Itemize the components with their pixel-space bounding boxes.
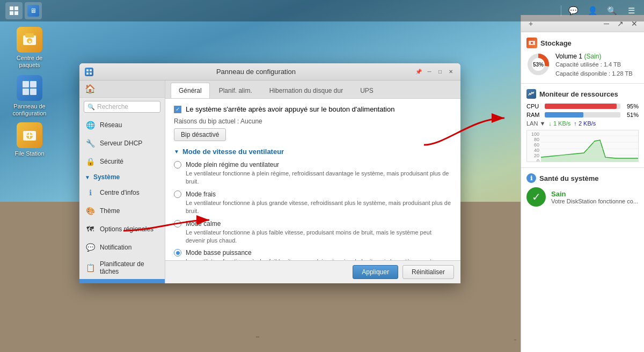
svg-marker-24 (541, 140, 639, 162)
chat-icon[interactable]: 💬 (566, 3, 581, 18)
centre-paquets-label: Centre de paquets (8, 55, 51, 69)
ram-bar-fill (545, 112, 583, 118)
lan-label: LAN ▼ (526, 120, 545, 127)
sidebar-item-notification[interactable]: 💬 Notification (79, 238, 165, 256)
dialog-title-icon (85, 68, 93, 76)
radio-calme-text: Mode calme (186, 220, 221, 228)
notification-label: Notification (100, 244, 131, 251)
radio-frais-circle[interactable] (174, 190, 181, 198)
tab-ups[interactable]: UPS (352, 83, 382, 98)
chart-label-40: 40 (528, 148, 539, 153)
sidebar-item-theme[interactable]: 🎨 Thème (79, 202, 165, 220)
dialog-close-btn[interactable]: ✕ (447, 68, 455, 76)
taskbar-divider (561, 5, 561, 16)
radio-plein-regime-circle[interactable] (174, 161, 181, 168)
menu-icon[interactable]: ☰ (624, 3, 639, 18)
svg-rect-2 (10, 11, 13, 15)
radio-plein-regime-desc: Le ventilateur fonctionne à plein régime… (186, 170, 452, 186)
radio-basse-puissance-label[interactable]: Mode basse puissance (174, 249, 452, 256)
dialog-pin-btn[interactable]: 📌 (414, 68, 423, 76)
dialog-titlebar: Panneau de configuration 📌 ─ □ ✕ (79, 63, 460, 80)
dialog-footer: Appliquer Réinitialiser (165, 260, 460, 283)
svg-rect-8 (23, 81, 29, 87)
sidebar: 🏠 🔍 Recherche 🌐 Réseau 🔧 Serveur DHCP 🔒 … (79, 80, 165, 283)
reseau-icon: 🌐 (85, 120, 96, 130)
desktop-icon-file-station[interactable]: File Station (8, 122, 51, 157)
panneau-config-label: Panneau deconfiguration (8, 103, 51, 117)
dialog-minimize-btn[interactable]: ─ (425, 68, 434, 76)
desktop-icon-centre-paquets[interactable]: ★ Centre de paquets (8, 27, 51, 69)
svg-rect-18 (86, 72, 89, 75)
sidebar-item-securite[interactable]: 🔒 Sécurité (79, 152, 165, 171)
volume-detail-used: Capacité utilisée : 1.4 TB (555, 60, 639, 69)
reset-button[interactable]: Réinitialiser (402, 265, 454, 279)
mini-chart: 100 80 60 40 20 0 (526, 130, 639, 162)
donut-pct: 53% (533, 62, 544, 68)
svg-rect-15 (29, 132, 30, 138)
options-regionales-icon: 🗺 (85, 224, 96, 234)
reseau-label: Réseau (100, 121, 122, 129)
svg-rect-5 (25, 33, 34, 38)
sidebar-item-materiel[interactable]: 💡 Matériel et alimentation (79, 279, 165, 283)
health-title-text: Santé du système (539, 174, 599, 182)
bip-desactive-btn[interactable]: Bip désactivé (174, 128, 226, 141)
resource-icon (526, 89, 536, 99)
desktop-icon-panneau-config[interactable]: Panneau deconfiguration (8, 75, 51, 117)
sidebar-item-options-regionales[interactable]: 🗺 Options régionales (79, 220, 165, 238)
control-panel-taskbar-btn[interactable]: 🖥 (25, 2, 42, 19)
systeme-section-header[interactable]: ▼ Système (79, 171, 165, 184)
tab-planif[interactable]: Planif. alim. (211, 83, 260, 98)
health-icon-badge: ℹ (526, 173, 536, 183)
sidebar-home-btn[interactable]: 🏠 (79, 80, 165, 98)
sidebar-item-reseau[interactable]: 🌐 Réseau (79, 116, 165, 134)
centre-infos-icon: ℹ (85, 187, 96, 198)
radio-calme-label[interactable]: Mode calme (174, 220, 452, 228)
user-icon[interactable]: 👤 (585, 3, 600, 18)
sidebar-item-centre-infos[interactable]: ℹ Centre d'infos (79, 184, 165, 202)
sidebar-search-placeholder: Recherche (97, 103, 128, 111)
fan-toggle-icon: ▼ (174, 149, 179, 155)
taskbar: 🖥 💬 👤 🔍 ☰ (0, 0, 644, 21)
cpu-row: CPU 95% (526, 103, 639, 109)
volume-row: 53% Volume 1 (Sain) Capacité utilisée : … (526, 53, 639, 78)
materiel-label: Matériel et alimentation (100, 283, 159, 283)
radio-calme-circle[interactable] (174, 220, 181, 228)
volume-info: Volume 1 (Sain) Capacité utilisée : 1.4 … (555, 53, 639, 78)
cpu-bar-bg (545, 104, 620, 109)
app-grid-button[interactable] (5, 2, 23, 19)
dialog-controls: 📌 ─ □ ✕ (414, 68, 455, 76)
chart-label-60: 60 (528, 142, 539, 148)
svg-rect-9 (30, 81, 36, 87)
radio-calme: Mode calme Le ventilateur fonctionne à p… (174, 220, 452, 245)
storage-title-text: Stockage (540, 39, 572, 47)
taskbar-apps: 🖥 (5, 2, 42, 19)
chart-label-0: 0 (528, 158, 539, 162)
tab-hibernation[interactable]: Hibernation du disque dur (261, 83, 351, 98)
radio-frais-label[interactable]: Mode frais (174, 190, 452, 198)
svg-rect-0 (10, 6, 13, 10)
content-area: ✓ Le système s'arrête après avoir appuyé… (165, 99, 460, 260)
health-sub-text: Votre DiskStation fonctionne co... (551, 198, 638, 204)
tab-general[interactable]: Général (171, 83, 210, 98)
apply-button[interactable]: Appliquer (353, 265, 398, 279)
radio-plein-regime-label[interactable]: Mode plein régime du ventilateur (174, 161, 452, 168)
sidebar-search[interactable]: 🔍 Recherche (84, 101, 160, 113)
volume-name: Volume 1 (Sain) (555, 53, 639, 60)
systeme-label: Système (93, 173, 120, 181)
health-status-text: Sain (551, 190, 638, 198)
search-icon[interactable]: 🔍 (604, 3, 619, 18)
health-row: ✓ Sain Votre DiskStation fonctionne co..… (526, 187, 639, 207)
health-status-icon: ✓ (526, 187, 546, 207)
theme-icon: 🎨 (85, 206, 96, 216)
sidebar-item-serveur-dhcp[interactable]: 🔧 Serveur DHCP (79, 134, 165, 152)
sidebar-item-planificateur[interactable]: 📋 Planificateur de tâches (79, 256, 165, 279)
lan-up-speed: ↑ 2 KB/s (574, 120, 596, 127)
resource-section: Moniteur de ressources CPU 95% RAM 51% L… (521, 84, 644, 168)
fan-section-header[interactable]: ▼ Mode de vitesse du ventilateur (174, 148, 452, 156)
radio-basse-puissance-circle[interactable] (174, 249, 181, 256)
volume-status: (Sain) (584, 53, 601, 60)
radio-frais-desc: Le ventilateur fonctionne à plus grande … (186, 199, 452, 216)
power-btn-checkbox[interactable]: ✓ (174, 106, 181, 113)
svg-rect-11 (30, 89, 36, 95)
dialog-maximize-btn[interactable]: □ (436, 68, 444, 76)
